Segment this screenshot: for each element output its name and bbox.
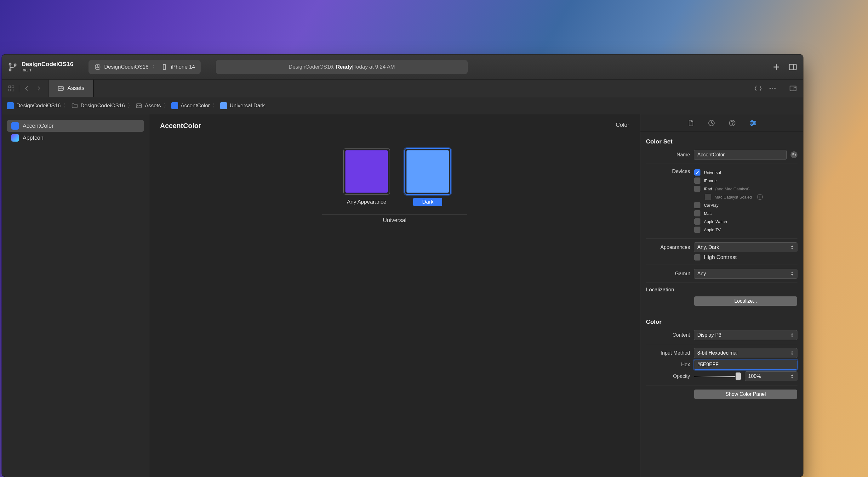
crumb-accentcolor[interactable]: AccentColor 〉 <box>171 102 218 109</box>
crumb-project[interactable]: DesignCodeiOS16 〉 <box>7 102 69 109</box>
inspector-tab-file[interactable] <box>686 118 695 128</box>
sidebar-item-accentcolor[interactable]: AccentColor <box>7 120 144 132</box>
gamut-label: Gamut <box>646 271 690 277</box>
inspector-tab-history[interactable] <box>707 118 716 128</box>
sidebar-item-appicon[interactable]: AppIcon <box>7 132 144 144</box>
assets-icon <box>57 85 64 92</box>
reset-name-button[interactable]: ↻ <box>790 151 798 158</box>
chevron-right-icon: 〉 <box>63 102 69 109</box>
hex-label: Hex <box>646 362 690 368</box>
device-apple-tv[interactable]: Apple TV <box>694 226 798 233</box>
svg-point-21 <box>751 124 752 126</box>
device-apple-watch[interactable]: Apple Watch <box>694 218 798 225</box>
swatch-dark[interactable]: Dark <box>404 148 451 206</box>
localize-button[interactable]: Localize... <box>694 296 798 306</box>
stepper-icon: ▲▼ <box>789 271 795 277</box>
slider-thumb[interactable] <box>735 372 741 380</box>
checkbox-label: Mac <box>704 211 712 216</box>
outline-sidebar: AccentColor AppIcon <box>2 114 149 477</box>
xcode-window: DesignCodeiOS16 main DesignCodeiOS16 〉 i… <box>2 54 803 477</box>
editor-kind-label: Color <box>616 122 629 130</box>
app-target-icon <box>94 64 101 70</box>
checkbox-label: Apple Watch <box>704 219 727 224</box>
crumb-label: AccentColor <box>181 103 210 109</box>
checkbox-note: (and Mac Catalyst) <box>715 186 750 191</box>
editor-options-button[interactable] <box>768 84 777 93</box>
main-split: AccentColor AppIcon AccentColor Color An… <box>2 114 803 477</box>
tab-assets[interactable]: Assets <box>49 79 94 97</box>
swatch-label: Dark <box>413 198 442 206</box>
nav-back-button[interactable] <box>22 84 31 93</box>
tab-nav-group <box>2 79 49 97</box>
color-swatch-icon <box>220 102 227 109</box>
hex-field[interactable] <box>694 360 798 370</box>
related-items-button[interactable] <box>7 84 16 93</box>
crumb-assets[interactable]: Assets 〉 <box>135 102 169 109</box>
high-contrast-checkbox[interactable]: High Contrast <box>646 254 798 261</box>
content-select[interactable]: Display P3 ▲▼ <box>694 330 798 340</box>
checkbox-icon <box>694 177 701 184</box>
svg-point-1 <box>9 69 11 71</box>
device-mac[interactable]: Mac <box>694 210 798 217</box>
svg-point-19 <box>751 121 753 122</box>
status-bar[interactable]: DesignCodeiOS16: Ready | Today at 9:24 A… <box>216 60 468 74</box>
code-review-button[interactable] <box>754 84 763 93</box>
appearances-label: Appearances <box>646 244 690 250</box>
device-ipad[interactable]: iPad (and Mac Catalyst) <box>694 185 798 192</box>
asset-editor: AccentColor Color Any Appearance Dark U <box>149 114 640 477</box>
device-carplay[interactable]: CarPlay <box>694 202 798 209</box>
name-field[interactable] <box>694 150 787 160</box>
input-method-select[interactable]: 8-bit Hexadecimal ▲▼ <box>694 348 798 358</box>
opacity-value-stepper[interactable]: 100% ▲▼ <box>745 371 798 381</box>
show-color-panel-button[interactable]: Show Color Panel <box>694 389 798 399</box>
status-project: DesignCodeiOS16: <box>289 64 335 70</box>
checkbox-icon: ✓ <box>694 169 701 176</box>
crumb-variant[interactable]: Universal Dark <box>220 102 265 109</box>
svg-rect-8 <box>9 89 11 91</box>
stepper-icon: ▲▼ <box>789 373 795 379</box>
device-iphone[interactable]: iPhone <box>694 177 798 184</box>
gamut-select[interactable]: Any ▲▼ <box>694 269 798 279</box>
project-icon <box>7 102 14 109</box>
svg-point-2 <box>14 64 16 66</box>
checkbox-icon <box>694 202 701 209</box>
crumb-label: DesignCodeiOS16 <box>81 103 125 109</box>
swatch-color-dark <box>406 150 449 193</box>
swatch-any-appearance[interactable]: Any Appearance <box>338 148 395 206</box>
device-icon <box>161 64 168 70</box>
add-tab-button[interactable] <box>772 62 781 72</box>
add-editor-button[interactable] <box>788 84 798 93</box>
folder-icon <box>71 102 78 109</box>
content-label: Content <box>646 332 690 338</box>
appearances-select[interactable]: Any, Dark ▲▼ <box>694 242 798 252</box>
chevron-right-icon: 〉 <box>212 102 218 109</box>
assets-icon <box>135 102 142 109</box>
toggle-inspector-button[interactable] <box>788 62 798 72</box>
info-icon[interactable]: i <box>757 194 763 200</box>
devices-label: Devices <box>646 168 690 174</box>
sidebar-item-label: AccentColor <box>23 123 54 129</box>
tab-bar: Assets <box>2 79 803 97</box>
status-time: Today at 9:24 AM <box>353 64 395 70</box>
svg-rect-5 <box>789 64 797 70</box>
project-name: DesignCodeiOS16 <box>22 61 73 68</box>
stepper-icon: ▲▼ <box>789 332 795 338</box>
crumb-folder[interactable]: DesignCodeiOS16 〉 <box>71 102 133 109</box>
checkbox-label: Apple TV <box>704 228 721 232</box>
select-value: Any <box>697 271 706 277</box>
section-color: Color <box>646 316 798 329</box>
device-mac-catalyst-scaled[interactable]: Mac Catalyst Scaled i <box>694 194 798 200</box>
nav-forward-button[interactable] <box>34 84 43 93</box>
tab-label: Assets <box>67 85 84 92</box>
branch-switcher[interactable]: DesignCodeiOS16 main <box>7 61 73 72</box>
crumb-label: Universal Dark <box>229 103 265 109</box>
branch-name: main <box>22 68 73 72</box>
chevron-right-icon: 〉 <box>163 102 169 109</box>
device-universal[interactable]: ✓ Universal <box>694 169 798 176</box>
scheme-selector[interactable]: DesignCodeiOS16 〉 iPhone 14 <box>89 60 200 74</box>
inspector-tab-attributes[interactable] <box>748 118 758 128</box>
sidebar-item-label: AppIcon <box>23 135 43 141</box>
opacity-slider[interactable] <box>694 376 741 377</box>
inspector-tab-help[interactable] <box>727 118 737 128</box>
checkbox-icon <box>694 254 701 261</box>
